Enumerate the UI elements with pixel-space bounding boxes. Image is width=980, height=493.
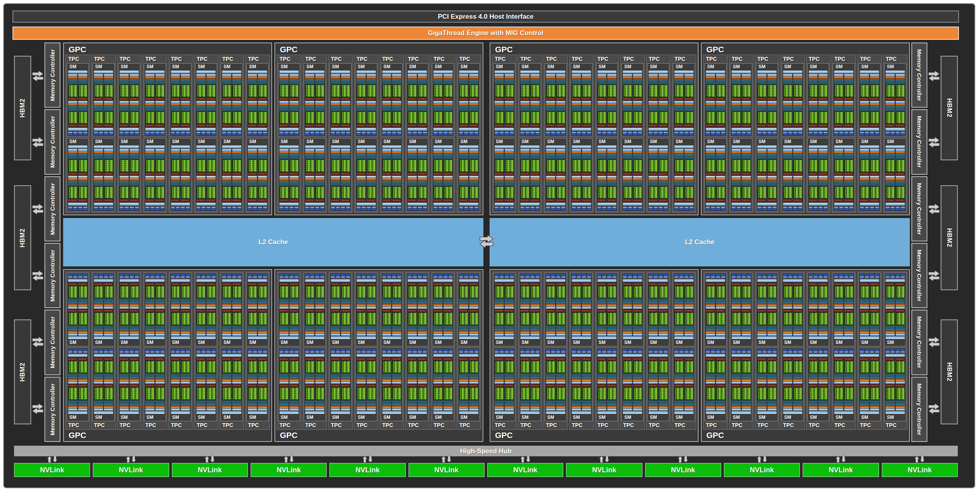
teal-block (633, 181, 642, 186)
tpc-block: TPCSMSM (380, 271, 404, 430)
nvlink-label: NVLink (592, 466, 616, 474)
sm-process-column (706, 101, 715, 127)
orange-strip (68, 103, 77, 106)
hbm-mc-arrow-icon (31, 336, 44, 349)
cuda-core-grid (305, 112, 314, 124)
sm-process-column (367, 74, 376, 100)
sm-label: SM (94, 339, 113, 346)
light-blue-bar (870, 176, 879, 178)
light-blue-bar (382, 333, 391, 335)
tex-unit-bar (546, 274, 565, 278)
light-blue-bar (757, 101, 766, 103)
teal-block (331, 400, 340, 405)
orange-strip (716, 103, 725, 106)
tpc-label: TPC (756, 55, 778, 63)
sm-process-column (742, 149, 751, 175)
cuda-core-grid (844, 286, 853, 298)
ldst-strip (222, 124, 231, 127)
teal-block (768, 79, 777, 84)
light-blue-bar (505, 176, 514, 178)
sm-process-column (659, 176, 668, 202)
light-blue-bar (94, 382, 103, 384)
light-blue-bar (181, 382, 190, 384)
teal-block (886, 400, 895, 405)
sm-label: SM (408, 414, 427, 421)
teal-block (659, 154, 668, 159)
l1-instruction-cache-bar (459, 145, 478, 148)
teal-block (207, 325, 216, 330)
l1-data-cache-bar (94, 128, 113, 131)
sm-process-block (459, 101, 478, 127)
sm-label: SM (196, 414, 216, 421)
tex-segment (469, 349, 473, 353)
sm-process-block (196, 310, 216, 336)
light-blue-bar (582, 382, 591, 384)
ldst-strip (459, 385, 468, 387)
orange-strip (556, 103, 565, 106)
orange-strip (145, 379, 154, 381)
light-blue-bar (659, 408, 668, 410)
teal-block (809, 181, 818, 186)
tex-segment (120, 274, 124, 278)
sm-process-column (305, 149, 314, 175)
cuda-core-grid (886, 388, 895, 400)
light-blue-bar (357, 149, 366, 151)
sm-process-block (809, 149, 828, 175)
tex-segment (582, 132, 586, 135)
light-blue-bar (531, 408, 540, 410)
light-blue-bar (433, 382, 442, 384)
cuda-core-grid (732, 160, 741, 172)
cuda-core-grid (78, 112, 87, 124)
tpc-label: TPC (458, 422, 480, 429)
light-blue-bar (258, 101, 267, 103)
teal-block (248, 106, 257, 111)
cuda-core-grid (520, 388, 529, 400)
orange-strip (706, 151, 715, 154)
ldst-strip (674, 283, 683, 286)
light-blue-bar (171, 382, 180, 384)
tpc-label: TPC (170, 422, 192, 429)
tex-segment (819, 349, 823, 353)
sm-process-column (120, 385, 129, 411)
sm-process-block (279, 74, 299, 100)
l1-instruction-cache-bar (674, 71, 693, 73)
ldst-strip (104, 124, 113, 127)
sm-process-column (130, 74, 139, 100)
cuda-core-grid (315, 286, 324, 298)
tex-unit-bar (706, 349, 725, 353)
tex-segment (248, 132, 252, 135)
sm-process-block (305, 101, 324, 127)
ldst-strip (120, 358, 129, 360)
light-blue-bar (382, 176, 391, 178)
orange-strip (546, 76, 555, 79)
sm-process-block (196, 283, 216, 309)
orange-strip (408, 406, 417, 408)
ldst-strip (834, 172, 843, 175)
orange-strip (279, 379, 288, 381)
sm-process-column (886, 385, 895, 411)
l1-data-cache-bar (598, 354, 617, 356)
sm-process-column (834, 358, 843, 384)
sm-process-block (196, 176, 216, 202)
tpc-block: TPCSMSM (405, 271, 430, 430)
tex-segment (819, 132, 823, 135)
teal-block (572, 79, 581, 84)
cuda-core-grid (258, 186, 267, 199)
orange-strip (367, 103, 376, 106)
cuda-core-grid (258, 313, 267, 325)
tex-segment (612, 274, 616, 278)
tex-segment (628, 207, 632, 210)
tex-unit-bar (520, 274, 540, 278)
light-blue-bar (459, 307, 468, 309)
hbm-mc-arrow-icon (927, 203, 941, 216)
teal-block (279, 400, 288, 405)
tex-segment (290, 132, 294, 135)
tex-segment (253, 207, 257, 210)
sm-label: SM (357, 64, 376, 70)
sm-process-column (469, 283, 478, 309)
orange-strip (674, 304, 683, 307)
sm-process-column (341, 74, 350, 100)
sm-process-block (433, 149, 453, 175)
sm-process-column (305, 385, 314, 411)
teal-block (716, 154, 725, 159)
